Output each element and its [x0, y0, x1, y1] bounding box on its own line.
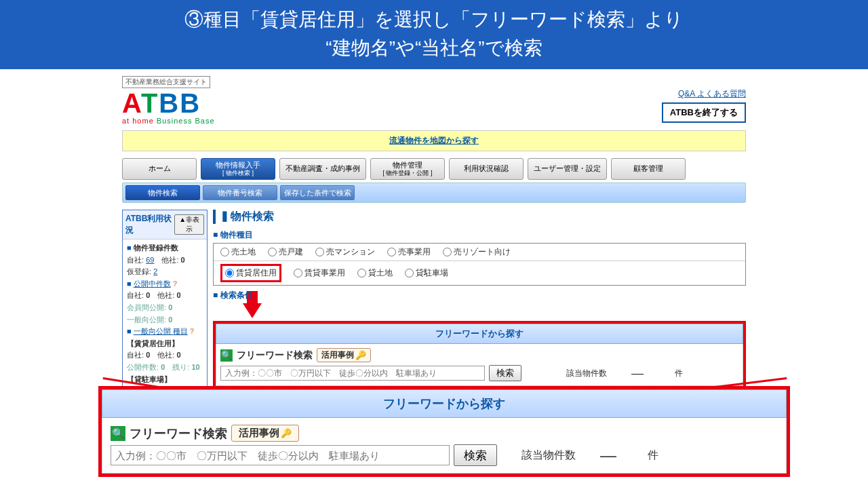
subnav-search[interactable]: 物件検索	[125, 185, 200, 200]
banner-line1: ③種目「賃貸居住用」を選択し「フリーワード検索」より	[0, 5, 868, 34]
map-search-link[interactable]: 流通物件を地図から探す	[389, 136, 479, 145]
search-icon: 🔍	[220, 349, 233, 362]
nav-home[interactable]: ホーム	[122, 158, 197, 180]
logo: ATBB	[122, 90, 746, 117]
qa-link[interactable]: Q&A よくある質問	[678, 89, 746, 98]
type-sale-resort[interactable]: 売リゾート向け	[443, 246, 511, 258]
nav-user-mgmt[interactable]: ユーザー管理・設定	[528, 158, 607, 180]
nav-property-info[interactable]: 物件情報入手[ 物件検索 ]	[201, 158, 275, 180]
search-button-zoom[interactable]: 検索	[454, 444, 497, 466]
nav-survey[interactable]: 不動産調査・成約事例	[279, 158, 366, 180]
nav-usage[interactable]: 利用状況確認	[449, 158, 524, 180]
type-sale-house[interactable]: 売戸建	[268, 246, 303, 258]
type-rent-residence[interactable]: 賃貸居住用	[225, 267, 277, 279]
exit-button[interactable]: ATBBを終了する	[662, 102, 746, 123]
case-study-button-zoom[interactable]: 活用事例🔑	[231, 425, 299, 442]
instruction-banner: ③種目「賃貸居住用」を選択し「フリーワード検索」より “建物名”や“当社名”で検…	[0, 0, 868, 69]
type-rent-parking[interactable]: 貸駐車場	[405, 267, 448, 279]
open-head-link[interactable]: 公開中件数	[134, 280, 171, 288]
nav-customer-mgmt[interactable]: 顧客管理	[611, 158, 686, 180]
result-count-label: 該当物件数	[566, 368, 607, 379]
result-count-label-zoom: 該当物件数	[521, 448, 576, 463]
side-hide-button[interactable]: ▲非表示	[174, 214, 204, 235]
type-section-label: 物件種目	[213, 229, 746, 241]
reg-tmp-link[interactable]: 2	[153, 267, 157, 275]
freeword-head: フリーワードから探す	[216, 324, 743, 344]
type-sale-land[interactable]: 売土地	[220, 246, 256, 258]
main-nav: ホーム 物件情報入手[ 物件検索 ] 不動産調査・成約事例 物件管理[ 物件登録…	[122, 158, 746, 180]
map-search-bar: 流通物件を地図から探す	[122, 130, 746, 151]
result-count-unit-zoom: 件	[648, 448, 658, 463]
freeword-input[interactable]	[220, 366, 485, 381]
reg-self-link[interactable]: 69	[146, 256, 154, 264]
open-type-link[interactable]: 一般向公開 種目	[134, 327, 188, 335]
nav-property-mgmt[interactable]: 物件管理[ 物件登録・公開 ]	[370, 158, 445, 180]
freeword-title-zoom: フリーワード検索	[130, 425, 227, 442]
freeword-title: フリーワード検索	[237, 349, 313, 362]
freeword-head-zoom: フリーワードから探す	[102, 389, 787, 418]
search-icon: 🔍	[111, 426, 125, 441]
side-head-label: ATBB利用状況	[125, 213, 174, 236]
usage-sidebar: ATBB利用状況 ▲非表示 ■ 物件登録件数 自社: 69 他社: 0 仮登録:…	[122, 210, 208, 401]
logo-subtitle: at home Business Base	[122, 117, 746, 125]
subnav-saved-search[interactable]: 保存した条件で検索	[280, 185, 355, 200]
search-button[interactable]: 検索	[489, 365, 521, 381]
page-title: ▍物件検索	[213, 210, 746, 224]
subnav-number-search[interactable]: 物件番号検索	[203, 185, 277, 200]
freeword-box-small: フリーワードから探す 🔍 フリーワード検索 活用事例🔑 検索 該当物件数	[213, 321, 746, 389]
site-tag: 不動産業務総合支援サイト	[122, 76, 210, 88]
case-study-button[interactable]: 活用事例🔑	[317, 348, 371, 362]
type-sale-mansion[interactable]: 売マンション	[315, 246, 375, 258]
banner-line2: “建物名”や“当社名”で検索	[0, 34, 868, 62]
cond-section-label: 検索条件	[213, 290, 746, 301]
freeword-box-zoom: フリーワードから探す 🔍 フリーワード検索 活用事例🔑 検索 該当物件数 ― 件	[98, 386, 790, 477]
arrow-down-icon	[243, 303, 262, 318]
result-count-value-zoom: ―	[600, 446, 616, 465]
key-icon: 🔑	[355, 350, 366, 360]
type-rent-business[interactable]: 賃貸事業用	[294, 267, 345, 279]
sub-nav: 物件検索 物件番号検索 保存した条件で検索	[122, 182, 746, 203]
result-count-value: ―	[631, 366, 644, 381]
result-count-unit: 件	[675, 368, 683, 379]
key-icon: 🔑	[281, 428, 292, 438]
type-sale-business[interactable]: 売事業用	[387, 246, 431, 258]
property-type-box: 売土地 売戸建 売マンション 売事業用 売リゾート向け 賃貸居住用 賃貸事業用 …	[213, 243, 746, 286]
freeword-input-zoom[interactable]	[111, 445, 450, 465]
type-rent-land[interactable]: 貸土地	[357, 267, 393, 279]
